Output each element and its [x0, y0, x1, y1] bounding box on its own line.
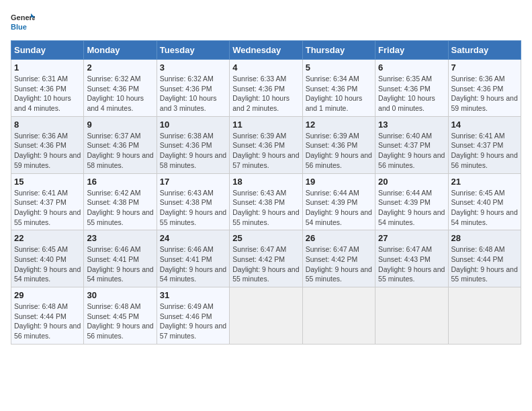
day-number: 11	[232, 120, 299, 130]
day-detail: Sunrise: 6:43 AMSunset: 4:38 PMDaylight:…	[232, 189, 299, 226]
day-number: 23	[87, 233, 153, 243]
day-detail: Sunrise: 6:45 AMSunset: 4:40 PMDaylight:…	[451, 189, 518, 226]
day-number: 4	[232, 62, 299, 73]
logo-svg: General Blue	[11, 11, 35, 35]
day-of-week-header: Tuesday	[157, 41, 229, 60]
calendar-day-cell: 9 Sunrise: 6:37 AMSunset: 4:36 PMDayligh…	[84, 116, 157, 173]
calendar-day-cell: 20 Sunrise: 6:44 AMSunset: 4:39 PMDaylig…	[375, 173, 448, 230]
day-detail: Sunrise: 6:46 AMSunset: 4:41 PMDaylight:…	[160, 245, 226, 283]
day-number: 21	[451, 177, 518, 187]
day-detail: Sunrise: 6:34 AMSunset: 4:36 PMDaylight:…	[306, 75, 363, 112]
calendar-day-cell: 22 Sunrise: 6:45 AMSunset: 4:40 PMDaylig…	[11, 230, 84, 287]
day-detail: Sunrise: 6:36 AMSunset: 4:36 PMDaylight:…	[451, 75, 518, 112]
empty-cell	[448, 287, 521, 345]
calendar-day-cell: 25 Sunrise: 6:47 AMSunset: 4:42 PMDaylig…	[230, 230, 302, 287]
day-detail: Sunrise: 6:43 AMSunset: 4:38 PMDaylight:…	[160, 189, 226, 226]
day-detail: Sunrise: 6:46 AMSunset: 4:41 PMDaylight:…	[87, 245, 153, 283]
day-detail: Sunrise: 6:39 AMSunset: 4:36 PMDaylight:…	[306, 132, 372, 169]
day-number: 8	[14, 120, 81, 130]
calendar-day-cell: 5 Sunrise: 6:34 AMSunset: 4:36 PMDayligh…	[302, 60, 375, 117]
day-detail: Sunrise: 6:36 AMSunset: 4:36 PMDaylight:…	[14, 132, 81, 169]
calendar-day-cell: 8 Sunrise: 6:36 AMSunset: 4:36 PMDayligh…	[11, 116, 84, 173]
day-number: 26	[306, 233, 372, 243]
calendar-day-cell: 12 Sunrise: 6:39 AMSunset: 4:36 PMDaylig…	[302, 116, 375, 173]
day-of-week-header: Friday	[375, 41, 448, 60]
day-detail: Sunrise: 6:48 AMSunset: 4:45 PMDaylight:…	[87, 302, 153, 340]
calendar-day-cell: 17 Sunrise: 6:43 AMSunset: 4:38 PMDaylig…	[157, 173, 229, 230]
day-number: 15	[14, 177, 81, 187]
day-detail: Sunrise: 6:48 AMSunset: 4:44 PMDaylight:…	[14, 302, 81, 340]
calendar-day-cell: 7 Sunrise: 6:36 AMSunset: 4:36 PMDayligh…	[448, 60, 521, 117]
day-number: 29	[14, 290, 81, 300]
calendar-day-cell: 16 Sunrise: 6:42 AMSunset: 4:38 PMDaylig…	[84, 173, 157, 230]
day-number: 20	[378, 177, 445, 187]
day-number: 1	[14, 62, 81, 73]
calendar-day-cell: 2 Sunrise: 6:32 AMSunset: 4:36 PMDayligh…	[84, 60, 157, 117]
day-number: 19	[306, 177, 372, 187]
day-detail: Sunrise: 6:49 AMSunset: 4:46 PMDaylight:…	[160, 302, 226, 340]
calendar-day-cell: 11 Sunrise: 6:39 AMSunset: 4:36 PMDaylig…	[230, 116, 302, 173]
calendar-day-cell: 28 Sunrise: 6:48 AMSunset: 4:44 PMDaylig…	[448, 230, 521, 287]
calendar-day-cell: 24 Sunrise: 6:46 AMSunset: 4:41 PMDaylig…	[157, 230, 229, 287]
day-detail: Sunrise: 6:32 AMSunset: 4:36 PMDaylight:…	[160, 75, 217, 112]
day-number: 17	[160, 177, 226, 187]
empty-cell	[375, 287, 448, 345]
day-detail: Sunrise: 6:44 AMSunset: 4:39 PMDaylight:…	[378, 189, 445, 226]
calendar-day-cell: 3 Sunrise: 6:32 AMSunset: 4:36 PMDayligh…	[157, 60, 229, 117]
calendar-day-cell: 23 Sunrise: 6:46 AMSunset: 4:41 PMDaylig…	[84, 230, 157, 287]
day-detail: Sunrise: 6:45 AMSunset: 4:40 PMDaylight:…	[14, 245, 81, 283]
day-of-week-header: Saturday	[448, 41, 521, 60]
day-number: 12	[306, 120, 372, 130]
calendar-day-cell: 10 Sunrise: 6:38 AMSunset: 4:36 PMDaylig…	[157, 116, 229, 173]
day-number: 3	[160, 62, 226, 73]
empty-cell	[302, 287, 375, 345]
calendar-day-cell: 14 Sunrise: 6:41 AMSunset: 4:37 PMDaylig…	[448, 116, 521, 173]
day-number: 30	[87, 290, 153, 300]
day-detail: Sunrise: 6:35 AMSunset: 4:36 PMDaylight:…	[378, 75, 435, 112]
day-detail: Sunrise: 6:33 AMSunset: 4:36 PMDaylight:…	[232, 75, 290, 112]
day-number: 28	[451, 233, 518, 243]
day-number: 9	[87, 120, 153, 130]
empty-cell	[230, 287, 302, 345]
calendar-day-cell: 19 Sunrise: 6:44 AMSunset: 4:39 PMDaylig…	[302, 173, 375, 230]
calendar-day-cell: 26 Sunrise: 6:47 AMSunset: 4:42 PMDaylig…	[302, 230, 375, 287]
day-detail: Sunrise: 6:41 AMSunset: 4:37 PMDaylight:…	[14, 189, 81, 226]
day-number: 22	[14, 233, 81, 243]
day-of-week-header: Monday	[84, 41, 157, 60]
day-number: 13	[378, 120, 445, 130]
day-detail: Sunrise: 6:47 AMSunset: 4:43 PMDaylight:…	[378, 245, 445, 283]
calendar-day-cell: 29 Sunrise: 6:48 AMSunset: 4:44 PMDaylig…	[11, 287, 84, 345]
day-detail: Sunrise: 6:42 AMSunset: 4:38 PMDaylight:…	[87, 189, 153, 226]
day-detail: Sunrise: 6:32 AMSunset: 4:36 PMDaylight:…	[87, 75, 144, 112]
day-of-week-header: Thursday	[302, 41, 375, 60]
day-detail: Sunrise: 6:40 AMSunset: 4:37 PMDaylight:…	[378, 132, 445, 169]
day-number: 18	[232, 177, 299, 187]
calendar-day-cell: 4 Sunrise: 6:33 AMSunset: 4:36 PMDayligh…	[230, 60, 302, 117]
calendar-day-cell: 31 Sunrise: 6:49 AMSunset: 4:46 PMDaylig…	[157, 287, 229, 345]
calendar-table: SundayMondayTuesdayWednesdayThursdayFrid…	[11, 40, 521, 345]
day-number: 25	[232, 233, 299, 243]
calendar-day-cell: 15 Sunrise: 6:41 AMSunset: 4:37 PMDaylig…	[11, 173, 84, 230]
calendar-day-cell: 6 Sunrise: 6:35 AMSunset: 4:36 PMDayligh…	[375, 60, 448, 117]
day-detail: Sunrise: 6:37 AMSunset: 4:36 PMDaylight:…	[87, 132, 153, 169]
day-number: 6	[378, 62, 445, 73]
day-number: 24	[160, 233, 226, 243]
calendar-day-cell: 30 Sunrise: 6:48 AMSunset: 4:45 PMDaylig…	[84, 287, 157, 345]
day-number: 14	[451, 120, 518, 130]
day-detail: Sunrise: 6:41 AMSunset: 4:37 PMDaylight:…	[451, 132, 518, 169]
day-number: 7	[451, 62, 518, 73]
day-of-week-header: Sunday	[11, 41, 84, 60]
day-detail: Sunrise: 6:39 AMSunset: 4:36 PMDaylight:…	[232, 132, 299, 169]
day-detail: Sunrise: 6:31 AMSunset: 4:36 PMDaylight:…	[14, 75, 71, 112]
svg-text:Blue: Blue	[11, 23, 27, 31]
header: General Blue	[11, 11, 521, 35]
day-number: 31	[160, 290, 226, 300]
calendar-day-cell: 27 Sunrise: 6:47 AMSunset: 4:43 PMDaylig…	[375, 230, 448, 287]
day-detail: Sunrise: 6:38 AMSunset: 4:36 PMDaylight:…	[160, 132, 226, 169]
day-of-week-header: Wednesday	[230, 41, 302, 60]
calendar-day-cell: 13 Sunrise: 6:40 AMSunset: 4:37 PMDaylig…	[375, 116, 448, 173]
day-number: 2	[87, 62, 153, 73]
day-number: 27	[378, 233, 445, 243]
day-detail: Sunrise: 6:44 AMSunset: 4:39 PMDaylight:…	[306, 189, 372, 226]
day-number: 10	[160, 120, 226, 130]
